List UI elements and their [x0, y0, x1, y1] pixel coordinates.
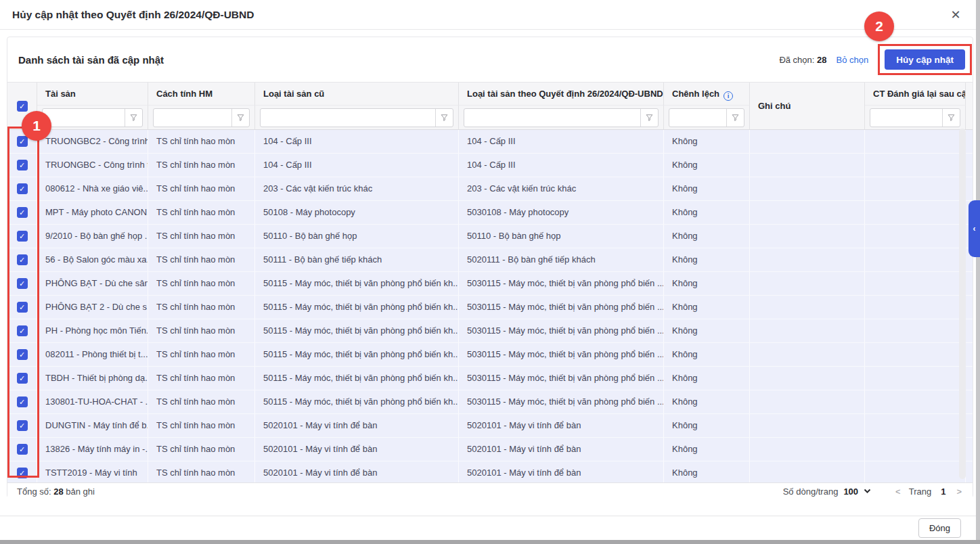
cell-note [750, 367, 865, 390]
cell-ct-reassess [865, 130, 966, 153]
total-label: Tổng số: [17, 486, 51, 497]
cell-new-type: 5030115 - Máy móc, thiết bị văn phòng ph… [459, 367, 664, 390]
selected-label: Đã chọn: [779, 55, 814, 65]
row-checkbox[interactable]: ✓ [17, 420, 28, 431]
cell-note [750, 177, 865, 200]
cell-note [750, 390, 865, 413]
cell-ct-reassess [865, 438, 966, 461]
cell-difference: Không [664, 390, 750, 413]
cell-new-type: 5030115 - Máy móc, thiết bị văn phòng ph… [459, 390, 664, 413]
filter-icon[interactable] [231, 109, 249, 127]
dialog-footer: Đóng [0, 516, 976, 540]
filter-icon[interactable] [435, 109, 453, 127]
row-checkbox[interactable]: ✓ [17, 254, 28, 265]
cell-old-type: 104 - Cấp III [255, 130, 459, 153]
cell-old-type: 50110 - Bộ bàn ghế họp [255, 225, 459, 248]
row-checkbox[interactable]: ✓ [17, 349, 28, 360]
cell-method: TS chỉ tính hao mòn [148, 319, 255, 342]
row-checkbox[interactable]: ✓ [17, 278, 28, 289]
row-checkbox[interactable]: ✓ [17, 231, 28, 242]
cell-asset: TBDH - Thiết bị phòng dạ... [37, 367, 148, 390]
page-size-label: Số dòng/trang [783, 486, 839, 497]
cell-new-type: 203 - Các vật kiến trúc khác [459, 177, 664, 200]
filter-icon[interactable] [726, 109, 744, 127]
cell-difference: Không [664, 343, 750, 366]
cell-new-type: 5030115 - Máy móc, thiết bị văn phòng ph… [459, 272, 664, 295]
column-header-old-type[interactable]: Loại tài sản cũ [255, 83, 459, 106]
column-header-ct-reassess[interactable]: CT Đánh giá lại sau cậ... [865, 83, 966, 106]
filter-input-difference[interactable] [669, 109, 726, 127]
close-button[interactable]: Đóng [918, 518, 961, 538]
cell-note [750, 130, 865, 153]
row-checkbox-cell: ✓ [7, 272, 37, 295]
column-header-method[interactable]: Cách tính HM [148, 83, 255, 106]
cell-new-type: 5030108 - Máy photocopy [459, 201, 664, 224]
cell-ct-reassess [865, 343, 966, 366]
cell-asset: 082011 - Phòng thiết bị t... [37, 343, 148, 366]
chevron-down-icon [864, 489, 871, 494]
cell-difference: Không [664, 296, 750, 319]
filter-input-new-type[interactable] [464, 109, 640, 127]
prev-page-button[interactable]: < [894, 486, 902, 497]
table-row: ✓130801-TU-HOA-CHAT - ...TS chỉ tính hao… [7, 390, 973, 414]
selected-count: 28 [817, 55, 826, 65]
row-checkbox-cell: ✓ [7, 225, 37, 248]
filter-icon[interactable] [125, 109, 142, 127]
cell-difference: Không [664, 177, 750, 200]
cell-method: TS chỉ tính hao mòn [148, 272, 255, 295]
column-header-difference[interactable]: Chênh lệchi [664, 83, 750, 106]
next-page-button[interactable]: > [955, 486, 963, 497]
cell-old-type: 5020101 - Máy vi tính để bàn [255, 414, 459, 437]
cell-new-type: 5020101 - Máy vi tính để bàn [459, 414, 664, 437]
row-checkbox-cell: ✓ [7, 154, 37, 177]
cell-method: TS chỉ tính hao mòn [148, 390, 255, 413]
cell-difference: Không [664, 461, 750, 482]
cell-note [750, 461, 865, 482]
cell-difference: Không [664, 272, 750, 295]
column-header-new-type[interactable]: Loại tài sản theo Quyết định 26/2024/QĐ-… [459, 83, 664, 106]
filter-icon[interactable] [942, 109, 960, 127]
column-header-asset[interactable]: Tài sản [37, 83, 148, 106]
row-checkbox[interactable]: ✓ [17, 396, 28, 407]
filter-input-ct-reassess[interactable] [870, 109, 942, 127]
select-all-checkbox[interactable]: ✓ [17, 101, 28, 112]
row-checkbox[interactable]: ✓ [17, 325, 28, 336]
cell-ct-reassess [865, 201, 966, 224]
deselect-link[interactable]: Bỏ chọn [837, 55, 869, 65]
page-number: 1 [938, 486, 948, 497]
table-footer: Tổng số: 28 bản ghi Số dòng/trang 100 < … [7, 482, 973, 499]
cell-old-type: 50115 - Máy móc, thiết bị văn phòng phổ … [255, 319, 459, 342]
total-count: 28 [53, 486, 63, 497]
cell-old-type: 5020101 - Máy vi tính để bàn [255, 438, 459, 461]
asset-list-panel: Danh sách tài sản đã cập nhật Đã chọn: 2… [7, 37, 973, 498]
side-panel-toggle[interactable]: ‹ [968, 200, 980, 257]
row-checkbox[interactable]: ✓ [17, 207, 28, 218]
dialog-titlebar: Hủy cập nhật theo Quyết định 26/2024/QĐ-… [0, 0, 976, 30]
close-icon[interactable]: ✕ [948, 7, 964, 23]
info-icon[interactable]: i [723, 91, 733, 101]
row-checkbox[interactable]: ✓ [17, 302, 28, 313]
filter-input-old-type[interactable] [261, 109, 435, 127]
column-header-note[interactable]: Ghi chú [750, 83, 865, 129]
filter-input-asset[interactable] [43, 109, 125, 127]
cell-difference: Không [664, 248, 750, 271]
filter-icon[interactable] [640, 109, 658, 127]
row-checkbox[interactable]: ✓ [17, 468, 28, 478]
filter-cell-new-type [459, 106, 664, 129]
cell-old-type: 50115 - Máy móc, thiết bị văn phòng phổ … [255, 272, 459, 295]
row-checkbox[interactable]: ✓ [17, 183, 28, 194]
row-checkbox[interactable]: ✓ [17, 373, 28, 384]
page-size-select[interactable]: Số dòng/trang 100 [783, 486, 871, 497]
row-checkbox[interactable]: ✓ [17, 136, 28, 147]
vertical-scrollbar[interactable] [959, 129, 966, 479]
filter-input-method[interactable] [154, 109, 231, 127]
row-checkbox-cell: ✓ [7, 248, 37, 271]
cell-ct-reassess [865, 367, 966, 390]
row-checkbox[interactable]: ✓ [17, 160, 28, 171]
cancel-update-button[interactable]: Hủy cập nhật [885, 49, 965, 70]
cell-note [750, 225, 865, 248]
table-body: ✓TRUONGBC2 - Công trình...TS chỉ tính ha… [7, 130, 973, 482]
row-checkbox[interactable]: ✓ [17, 444, 28, 455]
chevron-left-icon: ‹ [973, 224, 976, 233]
cell-new-type: 5020101 - Máy vi tính để bàn [459, 461, 664, 482]
